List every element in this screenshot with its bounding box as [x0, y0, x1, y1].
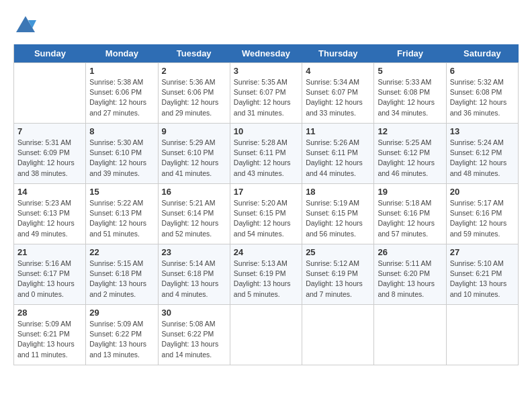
day-number: 15 [89, 187, 154, 197]
day-info: Sunrise: 5:30 AM Sunset: 6:10 PM Dayligh… [89, 138, 154, 179]
day-number: 30 [162, 308, 226, 318]
calendar-cell: 23Sunrise: 5:14 AM Sunset: 6:18 PM Dayli… [158, 244, 230, 305]
day-number: 5 [378, 66, 442, 76]
calendar-cell: 3Sunrise: 5:35 AM Sunset: 6:07 PM Daylig… [230, 63, 302, 124]
logo-icon [13, 13, 38, 38]
day-info: Sunrise: 5:25 AM Sunset: 6:12 PM Dayligh… [378, 138, 442, 179]
col-header-saturday: Saturday [446, 44, 518, 63]
day-info: Sunrise: 5:22 AM Sunset: 6:13 PM Dayligh… [89, 198, 154, 239]
calendar-cell: 17Sunrise: 5:20 AM Sunset: 6:15 PM Dayli… [230, 184, 302, 244]
logo [13, 13, 40, 38]
calendar-table: SundayMondayTuesdayWednesdayThursdayFrid… [13, 44, 519, 365]
day-info: Sunrise: 5:21 AM Sunset: 6:14 PM Dayligh… [162, 198, 226, 239]
calendar-cell: 25Sunrise: 5:12 AM Sunset: 6:19 PM Dayli… [302, 244, 374, 305]
day-info: Sunrise: 5:16 AM Sunset: 6:17 PM Dayligh… [17, 259, 82, 300]
day-number: 23 [162, 247, 226, 257]
calendar-cell: 9Sunrise: 5:29 AM Sunset: 6:10 PM Daylig… [158, 124, 230, 184]
day-info: Sunrise: 5:32 AM Sunset: 6:08 PM Dayligh… [450, 77, 515, 118]
day-info: Sunrise: 5:20 AM Sunset: 6:15 PM Dayligh… [234, 198, 298, 239]
col-header-wednesday: Wednesday [230, 44, 302, 63]
day-number: 10 [234, 126, 298, 136]
calendar-cell [14, 63, 86, 124]
day-number: 21 [17, 247, 82, 257]
day-info: Sunrise: 5:23 AM Sunset: 6:13 PM Dayligh… [17, 198, 82, 239]
day-info: Sunrise: 5:35 AM Sunset: 6:07 PM Dayligh… [234, 77, 298, 118]
calendar-cell: 28Sunrise: 5:09 AM Sunset: 6:21 PM Dayli… [14, 305, 86, 365]
col-header-thursday: Thursday [302, 44, 374, 63]
day-number: 20 [450, 187, 515, 197]
calendar-cell: 22Sunrise: 5:15 AM Sunset: 6:18 PM Dayli… [86, 244, 158, 305]
calendar-cell: 12Sunrise: 5:25 AM Sunset: 6:12 PM Dayli… [374, 124, 446, 184]
day-number: 13 [450, 126, 515, 136]
calendar-cell: 13Sunrise: 5:24 AM Sunset: 6:12 PM Dayli… [446, 124, 518, 184]
day-number: 7 [17, 126, 82, 136]
day-number: 17 [234, 187, 298, 197]
day-info: Sunrise: 5:18 AM Sunset: 6:16 PM Dayligh… [378, 198, 442, 239]
day-info: Sunrise: 5:34 AM Sunset: 6:07 PM Dayligh… [306, 77, 370, 118]
day-info: Sunrise: 5:36 AM Sunset: 6:06 PM Dayligh… [162, 77, 226, 118]
calendar-cell: 15Sunrise: 5:22 AM Sunset: 6:13 PM Dayli… [86, 184, 158, 244]
day-number: 26 [378, 247, 442, 257]
day-info: Sunrise: 5:29 AM Sunset: 6:10 PM Dayligh… [162, 138, 226, 179]
calendar-cell: 26Sunrise: 5:11 AM Sunset: 6:20 PM Dayli… [374, 244, 446, 305]
day-number: 2 [162, 66, 226, 76]
day-info: Sunrise: 5:08 AM Sunset: 6:22 PM Dayligh… [162, 319, 226, 360]
col-header-monday: Monday [86, 44, 158, 63]
day-number: 12 [378, 126, 442, 136]
col-header-friday: Friday [374, 44, 446, 63]
day-info: Sunrise: 5:26 AM Sunset: 6:11 PM Dayligh… [306, 138, 370, 179]
day-number: 11 [306, 126, 370, 136]
col-header-tuesday: Tuesday [158, 44, 230, 63]
day-info: Sunrise: 5:28 AM Sunset: 6:11 PM Dayligh… [234, 138, 298, 179]
calendar-cell: 2Sunrise: 5:36 AM Sunset: 6:06 PM Daylig… [158, 63, 230, 124]
day-info: Sunrise: 5:24 AM Sunset: 6:12 PM Dayligh… [450, 138, 515, 179]
calendar-cell: 1Sunrise: 5:38 AM Sunset: 6:06 PM Daylig… [86, 63, 158, 124]
day-info: Sunrise: 5:17 AM Sunset: 6:16 PM Dayligh… [450, 198, 515, 239]
day-info: Sunrise: 5:14 AM Sunset: 6:18 PM Dayligh… [162, 259, 226, 300]
day-info: Sunrise: 5:12 AM Sunset: 6:19 PM Dayligh… [306, 259, 370, 300]
day-info: Sunrise: 5:09 AM Sunset: 6:21 PM Dayligh… [17, 319, 82, 360]
calendar-cell: 24Sunrise: 5:13 AM Sunset: 6:19 PM Dayli… [230, 244, 302, 305]
calendar-cell: 5Sunrise: 5:33 AM Sunset: 6:08 PM Daylig… [374, 63, 446, 124]
calendar-cell: 29Sunrise: 5:09 AM Sunset: 6:22 PM Dayli… [86, 305, 158, 365]
day-number: 1 [89, 66, 154, 76]
calendar-cell: 4Sunrise: 5:34 AM Sunset: 6:07 PM Daylig… [302, 63, 374, 124]
day-number: 6 [450, 66, 515, 76]
day-number: 3 [234, 66, 298, 76]
day-info: Sunrise: 5:38 AM Sunset: 6:06 PM Dayligh… [89, 77, 154, 118]
day-number: 25 [306, 247, 370, 257]
calendar-cell: 19Sunrise: 5:18 AM Sunset: 6:16 PM Dayli… [374, 184, 446, 244]
day-info: Sunrise: 5:13 AM Sunset: 6:19 PM Dayligh… [234, 259, 298, 300]
calendar-cell: 14Sunrise: 5:23 AM Sunset: 6:13 PM Dayli… [14, 184, 86, 244]
calendar-cell: 20Sunrise: 5:17 AM Sunset: 6:16 PM Dayli… [446, 184, 518, 244]
day-info: Sunrise: 5:19 AM Sunset: 6:15 PM Dayligh… [306, 198, 370, 239]
day-number: 29 [89, 308, 154, 318]
day-number: 9 [162, 126, 226, 136]
calendar-cell: 21Sunrise: 5:16 AM Sunset: 6:17 PM Dayli… [14, 244, 86, 305]
day-info: Sunrise: 5:31 AM Sunset: 6:09 PM Dayligh… [17, 138, 82, 179]
page-header [13, 13, 519, 38]
calendar-cell: 27Sunrise: 5:10 AM Sunset: 6:21 PM Dayli… [446, 244, 518, 305]
day-number: 4 [306, 66, 370, 76]
day-info: Sunrise: 5:15 AM Sunset: 6:18 PM Dayligh… [89, 259, 154, 300]
calendar-cell [374, 305, 446, 365]
day-number: 16 [162, 187, 226, 197]
calendar-cell: 16Sunrise: 5:21 AM Sunset: 6:14 PM Dayli… [158, 184, 230, 244]
calendar-cell: 18Sunrise: 5:19 AM Sunset: 6:15 PM Dayli… [302, 184, 374, 244]
calendar-cell: 10Sunrise: 5:28 AM Sunset: 6:11 PM Dayli… [230, 124, 302, 184]
day-number: 27 [450, 247, 515, 257]
day-info: Sunrise: 5:33 AM Sunset: 6:08 PM Dayligh… [378, 77, 442, 118]
calendar-cell: 8Sunrise: 5:30 AM Sunset: 6:10 PM Daylig… [86, 124, 158, 184]
day-info: Sunrise: 5:11 AM Sunset: 6:20 PM Dayligh… [378, 259, 442, 300]
day-number: 18 [306, 187, 370, 197]
day-number: 24 [234, 247, 298, 257]
calendar-cell: 11Sunrise: 5:26 AM Sunset: 6:11 PM Dayli… [302, 124, 374, 184]
day-info: Sunrise: 5:09 AM Sunset: 6:22 PM Dayligh… [89, 319, 154, 360]
day-number: 22 [89, 247, 154, 257]
calendar-cell [302, 305, 374, 365]
calendar-cell [230, 305, 302, 365]
calendar-cell: 30Sunrise: 5:08 AM Sunset: 6:22 PM Dayli… [158, 305, 230, 365]
day-info: Sunrise: 5:10 AM Sunset: 6:21 PM Dayligh… [450, 259, 515, 300]
day-number: 28 [17, 308, 82, 318]
col-header-sunday: Sunday [14, 44, 86, 63]
